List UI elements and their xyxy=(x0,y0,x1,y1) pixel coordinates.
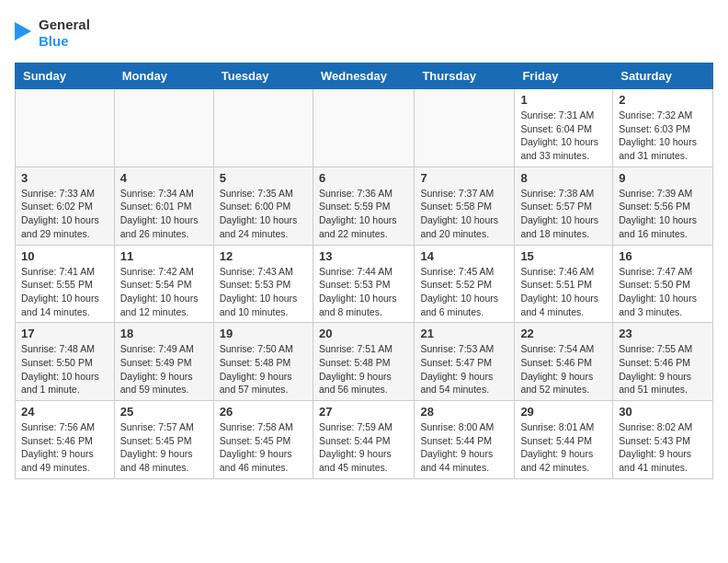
day-info: Sunrise: 7:49 AM Sunset: 5:49 PM Dayligh… xyxy=(120,342,208,396)
day-number: 5 xyxy=(220,171,307,185)
day-number: 4 xyxy=(120,171,208,185)
day-info: Sunrise: 7:57 AM Sunset: 5:45 PM Dayligh… xyxy=(120,420,208,475)
calendar-cell xyxy=(114,89,213,167)
day-info: Sunrise: 7:48 AM Sunset: 5:50 PM Dayligh… xyxy=(21,342,108,396)
day-info: Sunrise: 7:51 AM Sunset: 5:48 PM Dayligh… xyxy=(319,342,408,396)
day-header-tuesday: Tuesday xyxy=(213,63,313,89)
day-number: 1 xyxy=(520,93,607,107)
calendar-week-5: 24Sunrise: 7:56 AM Sunset: 5:46 PM Dayli… xyxy=(16,401,713,479)
calendar-cell: 21Sunrise: 7:53 AM Sunset: 5:47 PM Dayli… xyxy=(415,323,515,401)
calendar-week-2: 3Sunrise: 7:33 AM Sunset: 6:02 PM Daylig… xyxy=(16,167,713,245)
day-info: Sunrise: 7:55 AM Sunset: 5:46 PM Dayligh… xyxy=(619,342,707,396)
calendar-cell: 24Sunrise: 7:56 AM Sunset: 5:46 PM Dayli… xyxy=(16,401,115,479)
day-number: 9 xyxy=(619,171,707,185)
day-number: 2 xyxy=(619,93,707,107)
day-number: 3 xyxy=(21,171,108,185)
calendar-cell: 25Sunrise: 7:57 AM Sunset: 5:45 PM Dayli… xyxy=(114,401,213,479)
calendar-cell: 2Sunrise: 7:32 AM Sunset: 6:03 PM Daylig… xyxy=(613,89,713,167)
calendar-cell xyxy=(16,89,115,167)
day-info: Sunrise: 7:59 AM Sunset: 5:44 PM Dayligh… xyxy=(319,420,408,475)
calendar-cell xyxy=(415,89,515,167)
day-info: Sunrise: 7:43 AM Sunset: 5:53 PM Dayligh… xyxy=(220,265,307,319)
day-number: 19 xyxy=(220,327,307,340)
calendar-cell: 11Sunrise: 7:42 AM Sunset: 5:54 PM Dayli… xyxy=(114,245,213,323)
day-number: 27 xyxy=(319,405,408,419)
day-number: 23 xyxy=(619,327,707,340)
calendar-cell: 26Sunrise: 7:58 AM Sunset: 5:45 PM Dayli… xyxy=(213,401,313,479)
calendar-table: SundayMondayTuesdayWednesdayThursdayFrid… xyxy=(15,63,713,479)
logo: General Blue xyxy=(15,15,90,52)
calendar-week-4: 17Sunrise: 7:48 AM Sunset: 5:50 PM Dayli… xyxy=(16,323,713,401)
calendar-cell: 28Sunrise: 8:00 AM Sunset: 5:44 PM Dayli… xyxy=(415,401,515,479)
day-header-friday: Friday xyxy=(515,63,613,89)
day-number: 17 xyxy=(21,327,108,340)
calendar-cell xyxy=(213,89,313,167)
calendar-cell: 16Sunrise: 7:47 AM Sunset: 5:50 PM Dayli… xyxy=(613,245,713,323)
day-number: 15 xyxy=(520,249,607,263)
calendar-cell: 1Sunrise: 7:31 AM Sunset: 6:04 PM Daylig… xyxy=(515,89,613,167)
day-number: 8 xyxy=(520,171,607,185)
day-number: 28 xyxy=(420,405,508,419)
day-info: Sunrise: 7:44 AM Sunset: 5:53 PM Dayligh… xyxy=(319,265,408,319)
calendar-week-3: 10Sunrise: 7:41 AM Sunset: 5:55 PM Dayli… xyxy=(16,245,713,323)
calendar-header-row: SundayMondayTuesdayWednesdayThursdayFrid… xyxy=(16,63,713,89)
calendar-cell: 9Sunrise: 7:39 AM Sunset: 5:56 PM Daylig… xyxy=(613,167,713,245)
day-number: 16 xyxy=(619,249,707,263)
calendar-cell xyxy=(313,89,414,167)
day-header-monday: Monday xyxy=(114,63,213,89)
day-info: Sunrise: 7:41 AM Sunset: 5:55 PM Dayligh… xyxy=(21,265,108,319)
logo-blue-text: Blue xyxy=(39,33,90,50)
calendar-cell: 20Sunrise: 7:51 AM Sunset: 5:48 PM Dayli… xyxy=(313,323,414,401)
calendar-week-1: 1Sunrise: 7:31 AM Sunset: 6:04 PM Daylig… xyxy=(16,89,713,167)
calendar-cell: 29Sunrise: 8:01 AM Sunset: 5:44 PM Dayli… xyxy=(515,401,613,479)
day-number: 21 xyxy=(420,327,508,340)
day-header-wednesday: Wednesday xyxy=(313,63,414,89)
day-number: 10 xyxy=(21,249,108,263)
day-number: 24 xyxy=(21,405,108,419)
day-info: Sunrise: 7:38 AM Sunset: 5:57 PM Dayligh… xyxy=(520,187,607,241)
calendar-cell: 17Sunrise: 7:48 AM Sunset: 5:50 PM Dayli… xyxy=(16,323,115,401)
day-number: 26 xyxy=(220,405,307,419)
calendar-cell: 23Sunrise: 7:55 AM Sunset: 5:46 PM Dayli… xyxy=(613,323,713,401)
calendar-cell: 10Sunrise: 7:41 AM Sunset: 5:55 PM Dayli… xyxy=(16,245,115,323)
day-info: Sunrise: 7:54 AM Sunset: 5:46 PM Dayligh… xyxy=(520,342,607,396)
day-header-sunday: Sunday xyxy=(16,63,115,89)
day-number: 20 xyxy=(319,327,408,340)
day-info: Sunrise: 8:00 AM Sunset: 5:44 PM Dayligh… xyxy=(420,420,508,475)
day-info: Sunrise: 7:34 AM Sunset: 6:01 PM Dayligh… xyxy=(120,187,208,241)
calendar-cell: 12Sunrise: 7:43 AM Sunset: 5:53 PM Dayli… xyxy=(213,245,313,323)
day-info: Sunrise: 7:56 AM Sunset: 5:46 PM Dayligh… xyxy=(21,420,108,475)
day-number: 22 xyxy=(520,327,607,340)
calendar-cell: 6Sunrise: 7:36 AM Sunset: 5:59 PM Daylig… xyxy=(313,167,414,245)
day-number: 29 xyxy=(520,405,607,419)
calendar-cell: 30Sunrise: 8:02 AM Sunset: 5:43 PM Dayli… xyxy=(613,401,713,479)
day-number: 30 xyxy=(619,405,707,419)
day-info: Sunrise: 7:53 AM Sunset: 5:47 PM Dayligh… xyxy=(420,342,508,396)
day-header-saturday: Saturday xyxy=(613,63,713,89)
day-number: 18 xyxy=(120,327,208,340)
day-number: 6 xyxy=(319,171,408,185)
calendar-cell: 18Sunrise: 7:49 AM Sunset: 5:49 PM Dayli… xyxy=(114,323,213,401)
day-info: Sunrise: 7:39 AM Sunset: 5:56 PM Dayligh… xyxy=(619,187,707,241)
day-info: Sunrise: 7:31 AM Sunset: 6:04 PM Dayligh… xyxy=(520,109,607,163)
day-info: Sunrise: 7:46 AM Sunset: 5:51 PM Dayligh… xyxy=(520,265,607,319)
day-info: Sunrise: 7:33 AM Sunset: 6:02 PM Dayligh… xyxy=(21,187,108,241)
day-info: Sunrise: 7:50 AM Sunset: 5:48 PM Dayligh… xyxy=(220,342,307,396)
logo-symbol xyxy=(15,15,31,52)
day-number: 14 xyxy=(420,249,508,263)
day-info: Sunrise: 7:58 AM Sunset: 5:45 PM Dayligh… xyxy=(220,420,307,475)
day-info: Sunrise: 7:36 AM Sunset: 5:59 PM Dayligh… xyxy=(319,187,408,241)
calendar-cell: 27Sunrise: 7:59 AM Sunset: 5:44 PM Dayli… xyxy=(313,401,414,479)
calendar-cell: 4Sunrise: 7:34 AM Sunset: 6:01 PM Daylig… xyxy=(114,167,213,245)
day-number: 11 xyxy=(120,249,208,263)
day-number: 13 xyxy=(319,249,408,263)
calendar-cell: 5Sunrise: 7:35 AM Sunset: 6:00 PM Daylig… xyxy=(213,167,313,245)
day-info: Sunrise: 8:02 AM Sunset: 5:43 PM Dayligh… xyxy=(619,420,707,475)
calendar-cell: 15Sunrise: 7:46 AM Sunset: 5:51 PM Dayli… xyxy=(515,245,613,323)
day-info: Sunrise: 7:32 AM Sunset: 6:03 PM Dayligh… xyxy=(619,109,707,163)
calendar-cell: 13Sunrise: 7:44 AM Sunset: 5:53 PM Dayli… xyxy=(313,245,414,323)
day-info: Sunrise: 7:47 AM Sunset: 5:50 PM Dayligh… xyxy=(619,265,707,319)
day-info: Sunrise: 8:01 AM Sunset: 5:44 PM Dayligh… xyxy=(520,420,607,475)
day-header-thursday: Thursday xyxy=(415,63,515,89)
calendar-cell: 7Sunrise: 7:37 AM Sunset: 5:58 PM Daylig… xyxy=(415,167,515,245)
